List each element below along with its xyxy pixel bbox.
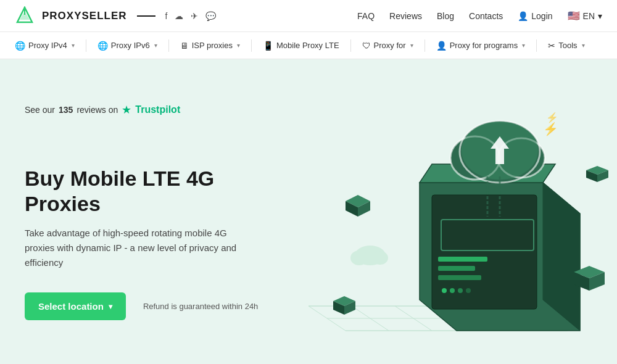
faq-link[interactable]: FAQ: [357, 11, 375, 21]
trustpilot-bar: See our 135 reviews on ★ Trustpilot: [25, 103, 284, 117]
facebook-link[interactable]: f: [165, 11, 168, 21]
logo-text: PROXYSELLER: [42, 10, 127, 22]
hero-section: See our 135 reviews on ★ Trustpilot Buy …: [0, 59, 617, 364]
chevron-down-icon: ▾: [582, 42, 585, 49]
nav-proxy-for-programs[interactable]: 👤 Proxy for programs ▾: [429, 32, 533, 59]
chat-link[interactable]: 💬: [205, 11, 216, 21]
nav-proxy-ipv4[interactable]: 🌐 Proxy IPv4 ▾: [7, 32, 82, 59]
chevron-down-icon: ▾: [237, 42, 240, 49]
top-navigation: PROXYSELLER f ☁ ✈ 💬 FAQ Reviews Blog Con…: [0, 0, 617, 32]
chevron-down-icon: ▾: [410, 42, 413, 49]
nav-mobile-proxy[interactable]: 📱 Mobile Proxy LTE: [255, 32, 347, 59]
language-selector[interactable]: 🇺🇸 EN ▾: [568, 10, 602, 22]
chevron-down-icon: ▾: [522, 42, 525, 49]
login-button[interactable]: 👤 Login: [518, 11, 552, 21]
telegram-link[interactable]: ✈: [191, 11, 198, 21]
top-nav-right: FAQ Reviews Blog Contacts 👤 Login 🇺🇸 EN …: [357, 10, 602, 22]
lang-label: EN: [583, 11, 595, 21]
nav-proxy-for[interactable]: 🛡 Proxy for ▾: [355, 32, 421, 59]
flag-icon: 🇺🇸: [568, 10, 580, 22]
hero-svg: ⚡ ⚡: [308, 72, 617, 355]
svg-text:⚡: ⚡: [546, 112, 558, 123]
person-icon: 👤: [518, 11, 528, 21]
svg-rect-18: [438, 257, 487, 262]
secondary-navigation: 🌐 Proxy IPv4 ▾ 🌐 Proxy IPv6 ▾ 🖥 ISP prox…: [0, 32, 617, 59]
svg-point-24: [466, 288, 471, 293]
nav-divider: [536, 39, 537, 52]
chevron-down-icon: ▾: [72, 42, 75, 49]
lang-chevron: ▾: [598, 11, 602, 21]
trustpilot-star: ★: [122, 103, 131, 117]
svg-text:⚡: ⚡: [543, 122, 558, 136]
proxy-ipv6-icon: 🌐: [97, 41, 108, 51]
isp-icon: 🖥: [180, 41, 189, 51]
logo-icon: [15, 6, 35, 26]
nav-tools[interactable]: ✂ Tools ▾: [540, 32, 592, 59]
nav-isp-proxies[interactable]: 🖥 ISP proxies ▾: [173, 32, 247, 59]
blog-link[interactable]: Blog: [437, 11, 454, 21]
shield-icon: 🛡: [362, 41, 371, 51]
button-chevron-icon: ▾: [109, 302, 112, 311]
mobile-icon: 📱: [263, 41, 273, 51]
tools-icon: ✂: [548, 41, 555, 51]
nav-divider: [251, 39, 252, 52]
hero-actions: Select location ▾ Refund is guaranteed w…: [25, 292, 284, 320]
svg-rect-19: [438, 266, 475, 271]
svg-point-21: [442, 288, 447, 293]
skype-link[interactable]: ☁: [175, 11, 183, 21]
svg-point-52: [372, 251, 388, 265]
svg-point-23: [458, 288, 463, 293]
svg-point-22: [450, 288, 455, 293]
reviews-link[interactable]: Reviews: [389, 11, 422, 21]
trustpilot-prefix: See our: [25, 105, 55, 115]
proxy-ipv4-icon: 🌐: [15, 41, 25, 51]
hero-illustration: ⚡ ⚡: [308, 72, 617, 355]
hero-description: Take advantage of high-speed rotating mo…: [25, 226, 259, 270]
hero-content: See our 135 reviews on ★ Trustpilot Buy …: [0, 103, 308, 321]
logo-divider: [137, 15, 155, 17]
social-icons: f ☁ ✈ 💬: [165, 11, 217, 21]
svg-point-51: [350, 250, 368, 265]
trustpilot-suffix: reviews on: [77, 105, 118, 115]
logo-area: PROXYSELLER f ☁ ✈ 💬: [15, 6, 216, 26]
chevron-down-icon: ▾: [154, 42, 157, 49]
nav-divider: [168, 39, 169, 52]
svg-rect-17: [432, 195, 537, 309]
select-location-label: Select location: [38, 301, 104, 312]
review-count: 135: [59, 105, 73, 115]
nav-divider: [350, 39, 351, 52]
nav-divider: [86, 39, 86, 52]
select-location-button[interactable]: Select location ▾: [25, 292, 126, 320]
contacts-link[interactable]: Contacts: [469, 11, 503, 21]
nav-proxy-ipv6[interactable]: 🌐 Proxy IPv6 ▾: [90, 32, 165, 59]
refund-text: Refund is guaranteed within 24h: [143, 300, 258, 313]
nav-divider: [424, 39, 425, 52]
hero-title: Buy Mobile LTE 4G Proxies: [25, 166, 284, 217]
trustpilot-logo: Trustpilot: [135, 104, 180, 115]
programs-icon: 👤: [436, 41, 447, 51]
svg-rect-20: [438, 275, 481, 280]
